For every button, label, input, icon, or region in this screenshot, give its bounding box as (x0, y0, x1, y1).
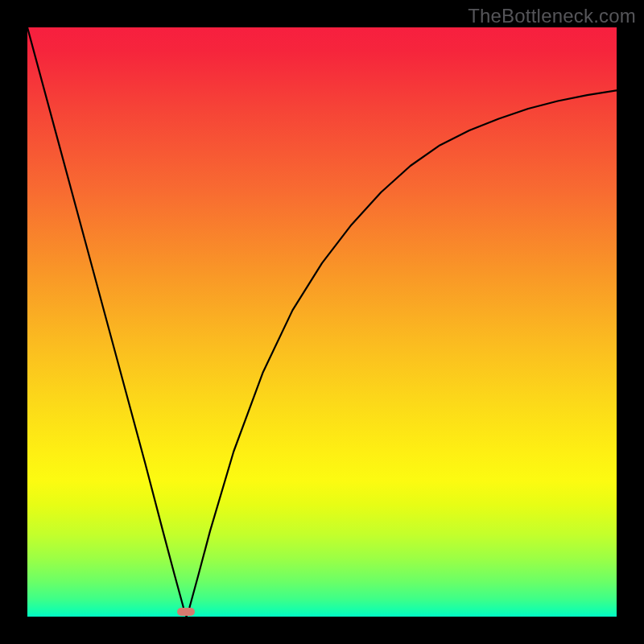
chart-frame: TheBottleneck.com (0, 0, 644, 644)
plot-area (27, 27, 617, 617)
watermark-text: TheBottleneck.com (468, 5, 636, 27)
dip-marker (177, 608, 195, 616)
chart-curve (27, 27, 617, 617)
